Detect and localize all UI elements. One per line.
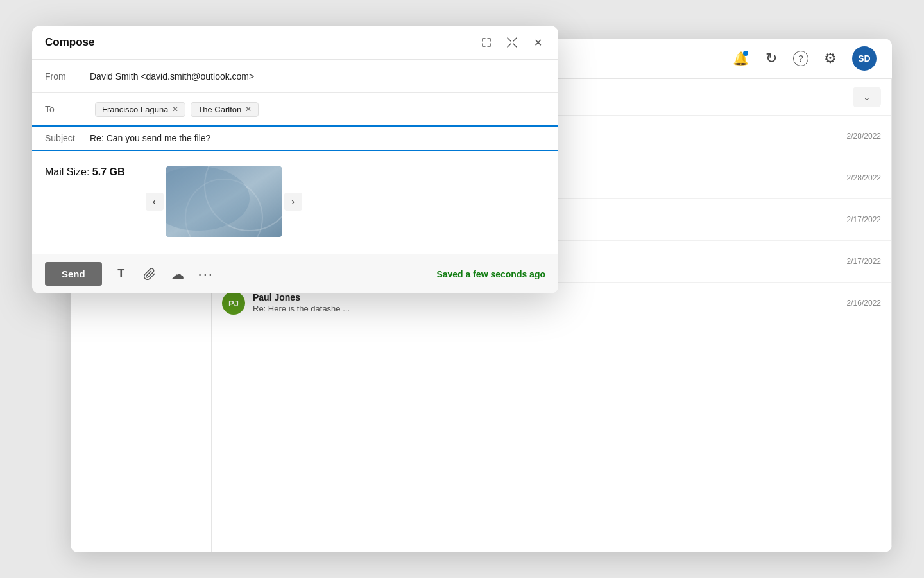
compose-to-field[interactable]: To Francisco Laguna ✕ The Carlton ✕ [32,93,558,127]
compose-subject-field[interactable]: Subject Re: Can you send me the file? [32,127,558,151]
more-options-icon[interactable]: ··· [197,265,215,283]
subject-value: Re: Can you send me the file? [90,133,545,143]
attachment-thumbnail [166,166,282,237]
email-date: 2/17/2022 [847,215,881,224]
refresh-icon[interactable]: ↻ [762,49,780,67]
settings-gear-icon[interactable]: ⚙ [821,49,839,67]
subject-label: Subject [45,133,90,143]
mail-size-value: 5.7 GB [92,166,125,177]
email-date: 2/28/2022 [847,132,881,141]
email-subject: Re: Here is the datashe ... [253,304,350,313]
attachment-carousel: ‹ [146,166,302,237]
send-button[interactable]: Send [45,262,102,286]
notification-bell-icon[interactable]: 🔔 [732,49,749,67]
email-info: Paul Jones Re: Here is the datashe ... [253,292,839,314]
mail-size-section: Mail Size: 5.7 GB [45,166,125,178]
compose-title: Compose [45,36,94,49]
chevron-down-icon: ⌄ [863,92,871,102]
avatar-initials: PJ [228,299,239,308]
recipient-tag-francisco[interactable]: Francisco Laguna ✕ [95,102,185,117]
remove-recipient-icon[interactable]: ✕ [245,105,252,114]
compose-header: Compose ✕ [32,26,558,60]
close-icon[interactable]: ✕ [530,35,545,50]
carousel-next-button[interactable]: › [284,193,302,211]
compose-body: Mail Size: 5.7 GB ‹ [32,151,558,254]
cloud-upload-icon[interactable]: ☁ [169,265,187,283]
expand-icon[interactable] [504,35,520,50]
help-icon[interactable]: ? [793,51,809,66]
recipient-tag-carlton[interactable]: The Carlton ✕ [191,102,259,117]
recipient-tag-label: Francisco Laguna [102,105,168,114]
from-value: David Smith <david.smith@outlook.com> [90,71,545,82]
text-format-icon[interactable]: T [112,265,130,283]
avatar: PJ [222,292,245,315]
attachment-image [166,166,282,237]
compose-modal: Compose ✕ From David Smith <david.smith@… [32,26,558,293]
email-subject-line: Re: Here is the datashe ... [253,302,839,314]
resize-icon[interactable] [479,35,494,50]
filter-dropdown-button[interactable]: ⌄ [853,87,881,107]
remove-recipient-icon[interactable]: ✕ [172,105,178,114]
email-sender: Paul Jones [253,292,839,302]
compose-footer: Send T ☁ ··· Saved a few seconds ago [32,254,558,293]
notification-dot [743,51,748,56]
user-avatar[interactable]: SD [852,46,877,71]
header-icons: 🔔 ↻ ? ⚙ SD [732,46,877,71]
carousel-prev-button[interactable]: ‹ [146,193,164,211]
mail-size-label: Mail Size: 5.7 GB [45,166,125,178]
compose-from-field: From David Smith <david.smith@outlook.co… [32,60,558,93]
compose-header-icons: ✕ [479,35,545,50]
saved-status: Saved a few seconds ago [436,269,545,279]
email-date: 2/28/2022 [847,173,881,182]
to-label: To [45,104,90,114]
recipient-tag-label: The Carlton [198,105,241,114]
from-label: From [45,71,90,82]
attach-file-icon[interactable] [141,265,158,283]
email-date: 2/17/2022 [847,257,881,266]
email-date: 2/16/2022 [847,299,881,308]
